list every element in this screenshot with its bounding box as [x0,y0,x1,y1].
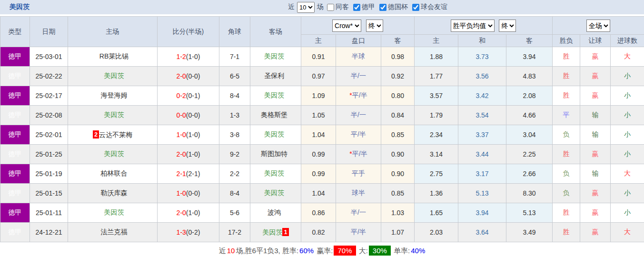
handicap-line: 平/半 [351,130,366,138]
home-team-name: 美因茨 [104,111,124,119]
match-row: 德甲 25-02-17 海登海姆 0-2(0-1) 8-4 美因茨 1.09 *… [0,86,644,106]
halftime-score: (2-1) [186,170,200,178]
result-cell: 负 [553,184,580,203]
filter-checkbox[interactable] [379,4,386,11]
goals-result-cell: 小 [611,106,644,125]
filter-checkbox[interactable] [412,4,419,11]
handicap-home-odds-cell: 0.82 [301,223,336,242]
page-title: 美因茨 [0,3,30,11]
summary-part: 近 [219,247,226,255]
home-team-cell: 柏林联合 [68,164,158,184]
halftime-score: (1-0) [186,209,200,217]
goals-result-cell: 大 [611,223,644,242]
league-cell: 德甲 [0,145,30,164]
handicap-time-select[interactable]: 终 [366,20,383,32]
handicap-line: 半/一 [351,208,366,216]
away-team-cell: 圣保利 [250,67,301,86]
summary-part: 70% [334,246,356,256]
away-team-name: 圣保利 [264,72,284,79]
fulltime-score: 0-0 [177,111,186,119]
league-cell: 德甲 [0,184,30,203]
league-cell: 德甲 [0,67,30,86]
avg-odds-select[interactable]: 胜平负均值 [451,20,495,32]
league-cell: 德甲 [0,86,30,106]
away-team-cell: 奥格斯堡 [250,106,301,125]
avg-time-select[interactable]: 终 [499,20,516,32]
match-history-table: 类型 日期 主场 比分(半场) 角球 客场 Crow* 终 胜平负均值 终 全场… [0,16,644,242]
home-team-name: 美因茨 [104,72,124,79]
home-team-cell: 2云达不莱梅 [68,125,158,145]
away-team-cell: 美因茨 [250,125,301,145]
halftime-score: (0-1) [186,92,200,99]
bookmaker-select[interactable]: Crow* [332,20,361,32]
recent-count-select[interactable]: 10 [297,2,315,13]
filter-checkbox[interactable] [353,4,360,11]
avg-home-odds-cell: 1.79 [415,106,458,125]
league-cell: 德甲 [0,203,30,223]
avg-away-odds-cell: 3.94 [506,47,553,67]
filter-option[interactable]: 球会友谊 [412,3,447,11]
match-row: 德甲 25-02-08 美因茨 0-0(0-0) 1-3 奥格斯堡 1.05 半… [0,106,644,125]
away-team-name: 美因茨 [264,169,284,177]
match-row: 德甲 25-01-19 柏林联合 2-1(2-1) 2-2 美因茨 0.99 平… [0,164,644,184]
handicap-result-cell: 赢 [580,47,611,67]
summary-part: 场,胜6平1负3, 胜率: [236,247,298,255]
goals-result-cell: 小 [611,125,644,145]
filter-option[interactable]: 德甲 [353,3,375,11]
score-cell: 1-2(1-0) [158,47,219,67]
match-row: 德甲 25-01-11 美因茨 2-0(1-0) 5-6 波鸿 0.86 半/一… [0,203,644,223]
handicap-line-cell: 平/半 [336,223,381,242]
handicap-line-cell: 半/一 [336,203,381,223]
avg-home-odds-cell: 2.03 [415,223,458,242]
avg-away-odds-cell: 8.30 [506,184,553,203]
home-team-cell: 美因茨 [68,106,158,125]
date-cell: 25-02-22 [30,67,68,86]
filter-option-label: 德甲 [362,3,375,11]
score-cell: 0-2(0-1) [158,86,219,106]
score-cell: 2-0(1-0) [158,203,219,223]
handicap-line: 平/半 [352,150,367,158]
fulltime-score: 1-2 [177,53,186,60]
avg-home-odds-cell: 1.88 [415,47,458,67]
sub-header-avg-away: 客 [506,35,553,47]
league-cell: 德甲 [0,47,30,67]
red-card-badge: 1 [282,228,288,236]
fulltime-score: 2-0 [177,150,186,158]
goals-result-cell: 小 [611,203,644,223]
match-row: 德甲 25-01-25 美因茨 2-0(1-0) 9-2 斯图加特 0.99 *… [0,145,644,164]
handicap-away-odds-cell: 0.90 [381,164,415,184]
halftime-score: (0-0) [186,72,200,80]
goals-result-cell: 小 [611,86,644,106]
avg-away-odds-cell: 4.83 [506,67,553,86]
date-cell: 25-02-08 [30,106,68,125]
avg-draw-odds-cell: 3.17 [458,164,506,184]
result-cell: 胜 [553,67,580,86]
fulltime-score: 1-3 [177,228,186,236]
filter-option[interactable]: 同客 [327,3,349,11]
handicap-line: 球半 [352,189,365,197]
handicap-line-cell: 平/半 [336,125,381,145]
filter-checkbox[interactable] [327,4,334,11]
summary-part: 单率: [392,247,410,255]
result-cell: 平 [553,106,580,125]
fulltime-score: 2-1 [177,170,186,178]
sub-header-goals: 进球数 [611,35,644,47]
fulltime-score: 1-0 [177,189,186,197]
goals-result-cell: 小 [611,67,644,86]
summary-part: 大: [357,247,368,255]
avg-home-odds-cell: 1.36 [415,184,458,203]
handicap-line-cell: 半/一 [336,67,381,86]
avg-draw-odds-cell: 5.13 [458,184,506,203]
filter-option[interactable]: 德国杯 [379,3,408,11]
period-select[interactable]: 全场 [586,20,610,32]
sub-header-result: 胜负 [553,35,580,47]
avg-away-odds-cell: 2.66 [506,164,553,184]
home-team-cell: 海登海姆 [68,86,158,106]
league-cell: 德甲 [0,223,30,242]
fulltime-score: 0-2 [177,92,186,99]
result-cell: 负 [553,125,580,145]
date-cell: 25-02-17 [30,86,68,106]
away-team-cell: 美因茨 [250,164,301,184]
away-team-name: 美因茨 [264,189,284,197]
date-cell: 25-01-19 [30,164,68,184]
